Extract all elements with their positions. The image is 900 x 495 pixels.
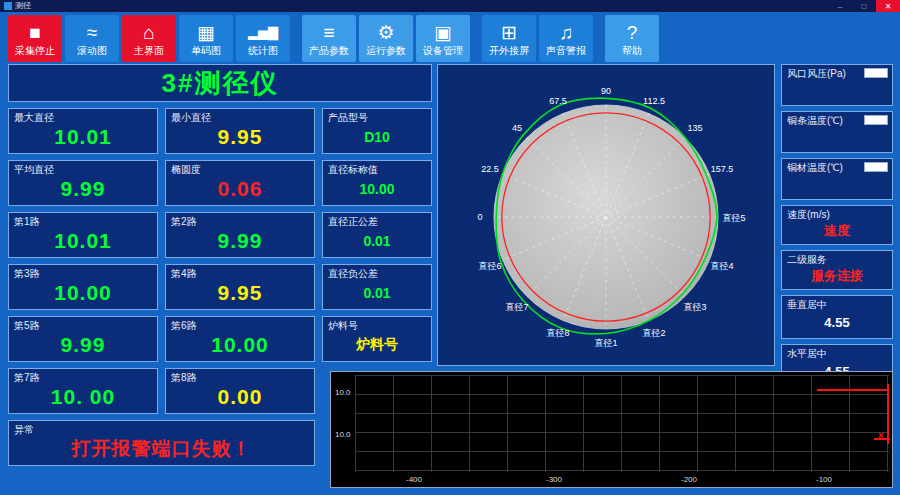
- maximize-button[interactable]: □: [852, 0, 876, 12]
- cell-avg-diameter: 平均直径 9.99: [8, 160, 158, 206]
- copper-rod-temp-value: [787, 173, 887, 196]
- cell-ch6: 第6路 10.00: [165, 316, 315, 362]
- polar-diameter-label: 直径8: [546, 328, 569, 338]
- device-icon: ▣: [434, 19, 452, 45]
- right-column: 风口风压(Pa) 铜条温度(℃) 铜材温度(℃) 速度(m/s) 速度 二级服务…: [781, 64, 893, 388]
- product-params-button[interactable]: ≡ 产品参数: [302, 15, 356, 62]
- cell-max-diameter: 最大直径 10.01: [8, 108, 158, 154]
- cell-value: 10.01: [14, 123, 152, 151]
- external-screen-label: 开外接屏: [489, 45, 529, 57]
- cell-value: 9.95: [171, 123, 309, 151]
- l2-service-status: 服务连接: [787, 265, 887, 286]
- alarm-cell: 异常 打开报警端口失败！: [8, 420, 315, 466]
- help-icon: ?: [627, 19, 638, 45]
- cell-ch2: 第2路 9.99: [165, 212, 315, 258]
- sound-alarm-button[interactable]: ♫ 声音警报: [539, 15, 593, 62]
- run-params-label: 运行参数: [366, 45, 406, 57]
- cell-label: 产品型号: [328, 112, 426, 123]
- cell-minus-tolerance: 直径负公差 0.01: [322, 264, 432, 310]
- trace-cursor: [887, 384, 889, 444]
- x-tick-label: -400: [406, 475, 422, 484]
- copper-bar-temp-value: [787, 126, 887, 149]
- help-button[interactable]: ? 帮助: [605, 15, 659, 62]
- cell-heat-number: 炉料号 炉料号: [322, 316, 432, 362]
- single-code-chart-label: 单码图: [191, 45, 221, 57]
- copper-rod-temp-input[interactable]: [864, 162, 888, 172]
- value-text: 10.00: [359, 181, 394, 197]
- run-params-button[interactable]: ⚙ 运行参数: [359, 15, 413, 62]
- cell-value: 0.00: [171, 383, 309, 411]
- help-label: 帮助: [622, 45, 642, 57]
- value-text: 4.55: [824, 315, 849, 330]
- value-text: 10. 00: [51, 385, 115, 409]
- polar-diameter-label: 直径5: [722, 213, 745, 223]
- cell-ovality: 椭圆度 0.06: [165, 160, 315, 206]
- cell-min-diameter: 最小直径 9.95: [165, 108, 315, 154]
- l2-service-label: 二级服务: [787, 254, 887, 265]
- value-text: 9.99: [218, 229, 263, 253]
- cell-ch5: 第5路 9.99: [8, 316, 158, 362]
- waveform-icon: ≈: [87, 19, 97, 45]
- polar-angle-label: 90: [601, 86, 611, 96]
- single-code-chart-button[interactable]: ▦ 单码图: [179, 15, 233, 62]
- cell-value: 0.01: [328, 227, 426, 255]
- polar-chart-panel: 0 22.5 45 67.5 90 112.5 135 157.5 直径1 直径…: [437, 64, 775, 366]
- speed-value: 速度: [787, 220, 887, 241]
- trace-top: [817, 389, 889, 391]
- alarm-label: 异常: [14, 424, 309, 435]
- cell-label: 直径标称值: [328, 164, 426, 175]
- speed-panel: 速度(m/s) 速度: [781, 205, 893, 245]
- statistics-chart-button[interactable]: ▂▅▇ 统计图: [236, 15, 290, 62]
- value-text: 0.01: [363, 233, 390, 249]
- scroll-chart-label: 滚动图: [77, 45, 107, 57]
- sound-alarm-label: 声音警报: [546, 45, 586, 57]
- main-screen-button[interactable]: ⌂ 主界面: [122, 15, 176, 62]
- grid-icon: ▦: [197, 19, 215, 45]
- cell-nominal-diameter: 直径标称值 10.00: [322, 160, 432, 206]
- value-text: 9.95: [218, 125, 263, 149]
- polar-diameter-label: 直径1: [594, 338, 617, 348]
- close-button[interactable]: ✕: [876, 0, 900, 12]
- toolbar: ■ 采集停止 ≈ 滚动图 ⌂ 主界面 ▦ 单码图 ▂▅▇ 统计图 ≡ 产品参数 …: [0, 12, 900, 64]
- sound-alarm-icon: ♫: [559, 19, 573, 45]
- cell-value: 0.01: [328, 279, 426, 307]
- cell-label: 第1路: [14, 216, 152, 227]
- device-manage-button[interactable]: ▣ 设备管理: [416, 15, 470, 62]
- value-text: 9.99: [61, 177, 106, 201]
- trend-chart-panel: 10.0 10.0 -400 -300 -200 -100 ×: [330, 371, 893, 488]
- alarm-message: 打开报警端口失败！: [14, 435, 309, 463]
- polar-angle-label: 112.5: [643, 96, 665, 106]
- value-text: 服务连接: [811, 267, 863, 285]
- toolbar-gap: [473, 38, 482, 39]
- cell-value: 10.00: [328, 175, 426, 203]
- polar-diameter-label: 直径6: [478, 261, 501, 271]
- value-text: 10.00: [211, 333, 269, 357]
- app-icon: [4, 2, 12, 10]
- polar-angle-label: 67.5: [549, 96, 567, 106]
- window-title: 测径: [15, 0, 31, 12]
- value-text: 9.99: [61, 333, 106, 357]
- wind-pressure-input[interactable]: [864, 68, 888, 78]
- cell-label: 最大直径: [14, 112, 152, 123]
- cell-label: 炉料号: [328, 320, 426, 331]
- titlebar: 测径 – □ ✕: [0, 0, 900, 12]
- horizontal-center-label: 水平居中: [787, 348, 887, 359]
- cell-label: 平均直径: [14, 164, 152, 175]
- cell-value: 10.01: [14, 227, 152, 255]
- cell-value: 9.99: [171, 227, 309, 255]
- trace-marker: ×: [878, 431, 884, 441]
- copper-bar-temp-panel: 铜条温度(℃): [781, 111, 893, 153]
- value-text: 10.00: [54, 281, 112, 305]
- gear-icon: ⚙: [377, 19, 394, 45]
- stop-capture-button[interactable]: ■ 采集停止: [8, 15, 62, 62]
- value-text: 速度: [824, 222, 850, 240]
- statistics-chart-label: 统计图: [248, 45, 278, 57]
- copper-bar-temp-input[interactable]: [864, 115, 888, 125]
- cell-value: 10.00: [171, 331, 309, 359]
- minimize-button[interactable]: –: [828, 0, 852, 12]
- external-screen-button[interactable]: ⊞ 开外接屏: [482, 15, 536, 62]
- cell-label: 第7路: [14, 372, 152, 383]
- cell-label: 椭圆度: [171, 164, 309, 175]
- cell-value: 炉料号: [328, 331, 426, 359]
- scroll-chart-button[interactable]: ≈ 滚动图: [65, 15, 119, 62]
